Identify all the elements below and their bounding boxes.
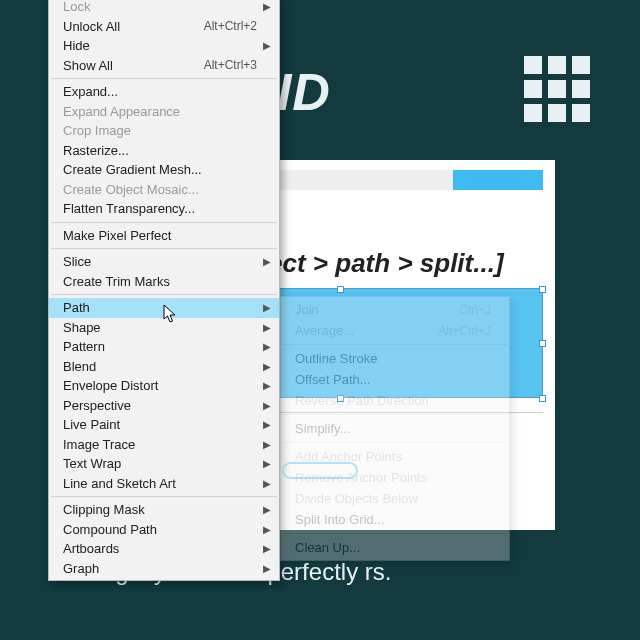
- menu-item-blend[interactable]: Blend▶: [49, 357, 279, 377]
- chevron-right-icon: ▶: [263, 439, 271, 450]
- chevron-right-icon: ▶: [263, 478, 271, 489]
- menu-item-label: Rasterize...: [63, 143, 129, 158]
- menu-item-offset-path[interactable]: Offset Path...: [281, 369, 509, 390]
- selection-handle[interactable]: [337, 286, 344, 293]
- chevron-right-icon: ▶: [263, 543, 271, 554]
- menu-item-hide[interactable]: Hide▶: [49, 36, 279, 56]
- menu-item-image-trace[interactable]: Image Trace▶: [49, 435, 279, 455]
- menu-item-label: Shape: [63, 320, 101, 335]
- chevron-right-icon: ▶: [263, 563, 271, 574]
- chevron-right-icon: ▶: [263, 400, 271, 411]
- menu-item-label: Make Pixel Perfect: [63, 228, 171, 243]
- selection-handle[interactable]: [539, 340, 546, 347]
- menu-item-pattern[interactable]: Pattern▶: [49, 337, 279, 357]
- menu-item-flatten-transparency[interactable]: Flatten Transparency...: [49, 199, 279, 219]
- menu-item-graph[interactable]: Graph▶: [49, 559, 279, 579]
- chevron-right-icon: ▶: [263, 40, 271, 51]
- menu-item-label: Split Into Grid...: [295, 512, 385, 527]
- menu-item-average: Average...Alt+Ctrl+J: [281, 320, 509, 341]
- menu-item-label: Simplify...: [295, 421, 350, 436]
- chevron-right-icon: ▶: [263, 361, 271, 372]
- menu-item-live-paint[interactable]: Live Paint▶: [49, 415, 279, 435]
- menu-item-rasterize[interactable]: Rasterize...: [49, 141, 279, 161]
- menu-item-label: Expand Appearance: [63, 104, 180, 119]
- menu-item-label: Clean Up...: [295, 540, 360, 555]
- menu-item-line-and-sketch-art[interactable]: Line and Sketch Art▶: [49, 474, 279, 494]
- chevron-right-icon: ▶: [263, 302, 271, 313]
- menu-item-create-gradient-mesh[interactable]: Create Gradient Mesh...: [49, 160, 279, 180]
- menu-item-path[interactable]: Path▶: [49, 298, 279, 318]
- menu-item-label: Join: [295, 302, 319, 317]
- menu-separator: [51, 222, 277, 223]
- menu-shortcut: Ctrl+J: [459, 303, 491, 317]
- menu-item-clipping-mask[interactable]: Clipping Mask▶: [49, 500, 279, 520]
- menu-separator: [51, 294, 277, 295]
- menu-item-label: Envelope Distort: [63, 378, 158, 393]
- selection-handle[interactable]: [539, 395, 546, 402]
- chevron-right-icon: ▶: [263, 419, 271, 430]
- menu-separator: [51, 78, 277, 79]
- menu-item-label: Unlock All: [63, 19, 120, 34]
- menu-item-label: Flatten Transparency...: [63, 201, 195, 216]
- menu-item-create-trim-marks[interactable]: Create Trim Marks: [49, 272, 279, 292]
- path-submenu[interactable]: JoinCtrl+JAverage...Alt+Ctrl+JOutline St…: [280, 296, 510, 561]
- menu-item-label: Create Gradient Mesh...: [63, 162, 202, 177]
- menu-item-simplify[interactable]: Simplify...: [281, 418, 509, 439]
- menu-item-divide-objects-below: Divide Objects Below: [281, 488, 509, 509]
- menu-item-make-pixel-perfect[interactable]: Make Pixel Perfect: [49, 226, 279, 246]
- menu-item-create-object-mosaic: Create Object Mosaic...: [49, 180, 279, 200]
- chevron-right-icon: ▶: [263, 458, 271, 469]
- focus-ring: [282, 462, 358, 479]
- menu-item-label: Path: [63, 300, 90, 315]
- menu-item-label: Hide: [63, 38, 90, 53]
- menu-shortcut: Alt+Ctrl+3: [204, 58, 257, 72]
- chevron-right-icon: ▶: [263, 380, 271, 391]
- menu-item-label: Outline Stroke: [295, 351, 377, 366]
- menu-item-label: Pattern: [63, 339, 105, 354]
- chevron-right-icon: ▶: [263, 504, 271, 515]
- menu-item-label: Offset Path...: [295, 372, 371, 387]
- menu-item-perspective[interactable]: Perspective▶: [49, 396, 279, 416]
- menu-item-outline-stroke[interactable]: Outline Stroke: [281, 348, 509, 369]
- menu-item-label: Show All: [63, 58, 113, 73]
- menu-item-label: Create Object Mosaic...: [63, 182, 199, 197]
- chevron-right-icon: ▶: [263, 341, 271, 352]
- menu-item-label: Expand...: [63, 84, 118, 99]
- menu-separator: [283, 414, 507, 415]
- menu-item-label: Text Wrap: [63, 456, 121, 471]
- menu-item-artboards[interactable]: Artboards▶: [49, 539, 279, 559]
- chevron-right-icon: ▶: [263, 1, 271, 12]
- chevron-right-icon: ▶: [263, 322, 271, 333]
- menu-separator: [51, 496, 277, 497]
- menu-separator: [51, 248, 277, 249]
- menu-item-label: Blend: [63, 359, 96, 374]
- menu-item-label: Clipping Mask: [63, 502, 145, 517]
- object-menu[interactable]: Lock▶Unlock AllAlt+Ctrl+2Hide▶Show AllAl…: [48, 0, 280, 581]
- menu-item-join: JoinCtrl+J: [281, 299, 509, 320]
- menu-shortcut: Alt+Ctrl+J: [438, 324, 491, 338]
- chevron-right-icon: ▶: [263, 256, 271, 267]
- menu-item-text-wrap[interactable]: Text Wrap▶: [49, 454, 279, 474]
- menu-item-clean-up[interactable]: Clean Up...: [281, 537, 509, 558]
- menu-item-show-all[interactable]: Show AllAlt+Ctrl+3: [49, 56, 279, 76]
- menu-item-split-into-grid[interactable]: Split Into Grid...: [281, 509, 509, 530]
- menu-item-expand[interactable]: Expand...: [49, 82, 279, 102]
- menu-item-label: Divide Objects Below: [295, 491, 418, 506]
- menu-item-unlock-all[interactable]: Unlock AllAlt+Ctrl+2: [49, 17, 279, 37]
- menu-item-crop-image: Crop Image: [49, 121, 279, 141]
- menu-item-label: Average...: [295, 323, 354, 338]
- menu-item-compound-path[interactable]: Compound Path▶: [49, 520, 279, 540]
- chevron-right-icon: ▶: [263, 524, 271, 535]
- menu-item-slice[interactable]: Slice▶: [49, 252, 279, 272]
- menu-item-label: Slice: [63, 254, 91, 269]
- menu-item-shape[interactable]: Shape▶: [49, 318, 279, 338]
- menu-item-label: Crop Image: [63, 123, 131, 138]
- menu-separator: [283, 533, 507, 534]
- selection-handle[interactable]: [539, 286, 546, 293]
- menu-item-envelope-distort[interactable]: Envelope Distort▶: [49, 376, 279, 396]
- grid-icon: [524, 56, 590, 122]
- header-accent: [453, 170, 543, 190]
- menu-item-label: Reverse Path Direction: [295, 393, 429, 408]
- menu-item-label: Graph: [63, 561, 99, 576]
- menu-separator: [283, 442, 507, 443]
